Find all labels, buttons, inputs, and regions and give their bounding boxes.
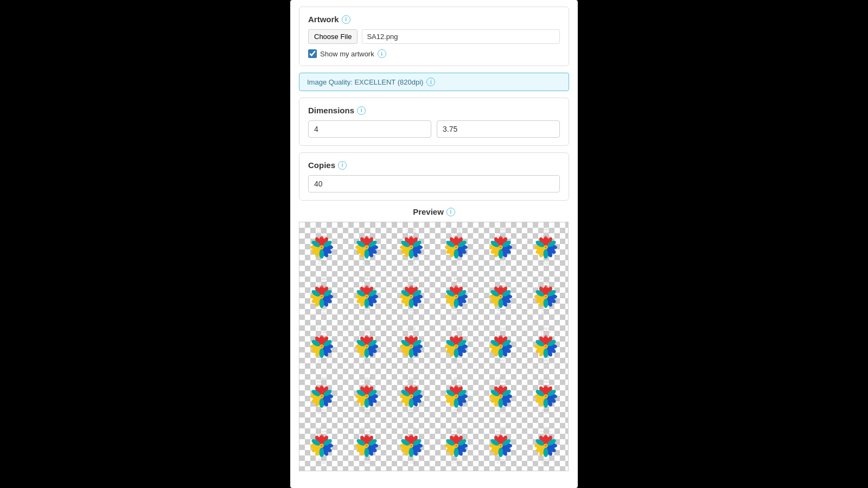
sticker-text-top: I SEEYOURTRUE: [348, 228, 386, 239]
svg-point-356: [543, 398, 548, 408]
copies-info-icon[interactable]: i: [338, 161, 347, 170]
sticker-item: I SEEYOURTRUE colorsA YOU: [437, 226, 475, 269]
svg-point-146: [454, 299, 458, 309]
svg-point-116: [364, 299, 369, 309]
sticker-text-bottom: colorsA YOU: [392, 309, 430, 315]
svg-point-101: [320, 299, 324, 309]
sticker-text-top: I SEEYOURTRUE: [437, 228, 475, 239]
choose-file-button[interactable]: Choose File: [308, 29, 358, 44]
preview-canvas: I SEEYOURTRUE colorsA YOU I SEEYOURTRUE: [299, 222, 569, 471]
sticker-text-bottom: colorsA YOU: [482, 359, 520, 365]
show-artwork-row: Show my artwork i: [308, 49, 560, 58]
svg-point-86: [543, 249, 548, 259]
sticker-text-top: I SEEYOURTRUE: [303, 228, 341, 239]
svg-point-389: [366, 445, 368, 447]
sticker-text-bottom: colorsA YOU: [527, 458, 565, 464]
file-input-row: Choose File SA12.png: [308, 29, 560, 44]
dimensions-label: Dimensions: [308, 106, 354, 115]
sticker-text-top: I SEEYOURTRUE: [303, 277, 341, 288]
preview-info-icon[interactable]: i: [446, 208, 455, 216]
show-artwork-checkbox[interactable]: [308, 49, 317, 58]
sticker-cell: I SEEYOURTRUE colorsA YOU: [389, 222, 434, 272]
sticker-cell: I SEEYOURTRUE colorsA YOU: [478, 272, 524, 322]
sticker-text-top: I SEEYOURTRUE: [527, 426, 565, 437]
svg-point-296: [364, 398, 369, 408]
sticker-text-bottom: colorsA YOU: [392, 409, 430, 415]
sticker-text-bottom: colorsA YOU: [392, 260, 430, 266]
artwork-title: Artwork i: [308, 15, 560, 24]
sticker-item: I SEEYOURTRUE colorsA YOU: [348, 375, 386, 418]
copies-section: Copies i: [299, 152, 569, 201]
svg-point-176: [543, 299, 548, 309]
svg-point-251: [499, 349, 503, 358]
height-input[interactable]: [437, 120, 560, 138]
sticker-text-top: I SEEYOURTRUE: [392, 327, 430, 338]
sticker-text-top: I SEEYOURTRUE: [527, 277, 565, 288]
sticker-cell: I SEEYOURTRUE colorsA YOU: [434, 421, 479, 471]
svg-point-221: [409, 349, 414, 358]
sticker-item: I SEEYOURTRUE colorsA YOU: [348, 424, 386, 467]
sticker-item: I SEEYOURTRUE colorsA YOU: [348, 226, 386, 269]
sticker-cell: I SEEYOURTRUE colorsA YOU: [524, 371, 569, 421]
sticker-text-bottom: colorsA YOU: [303, 309, 341, 315]
dimensions-title: Dimensions i: [308, 106, 560, 115]
sticker-item: I SEEYOURTRUE colorsA YOU: [527, 275, 565, 318]
svg-point-206: [364, 349, 369, 358]
svg-point-281: [320, 398, 324, 408]
svg-point-326: [454, 398, 458, 408]
image-quality-bar[interactable]: Image Quality: EXCELLENT (820dpi) i: [299, 73, 569, 91]
svg-point-239: [455, 345, 457, 348]
svg-point-449: [545, 445, 547, 447]
sticker-item: I SEEYOURTRUE colorsA YOU: [303, 275, 341, 318]
sticker-text-top: I SEEYOURTRUE: [392, 277, 430, 288]
sticker-item: I SEEYOURTRUE colorsA YOU: [482, 275, 520, 318]
svg-point-311: [409, 398, 414, 408]
sticker-item: I SEEYOURTRUE colorsA YOU: [527, 424, 565, 467]
sticker-text-bottom: colorsA YOU: [437, 260, 475, 266]
svg-point-434: [500, 445, 502, 447]
show-artwork-info-icon[interactable]: i: [378, 49, 386, 58]
sticker-cell: I SEEYOURTRUE colorsA YOU: [389, 371, 434, 421]
sticker-cell: I SEEYOURTRUE colorsA YOU: [344, 272, 390, 322]
copies-input[interactable]: [308, 175, 560, 192]
sticker-text-top: I SEEYOURTRUE: [348, 377, 386, 388]
svg-point-179: [545, 296, 547, 298]
sticker-cell: I SEEYOURTRUE colorsA YOU: [389, 322, 434, 371]
sticker-cell: I SEEYOURTRUE colorsA YOU: [524, 272, 569, 322]
sticker-cell: I SEEYOURTRUE colorsA YOU: [344, 222, 390, 272]
dimensions-info-icon[interactable]: i: [357, 106, 366, 115]
copies-label: Copies: [308, 160, 335, 170]
sticker-text-bottom: colorsA YOU: [303, 260, 341, 266]
svg-point-134: [410, 296, 412, 298]
svg-point-161: [499, 299, 503, 309]
sticker-item: I SEEYOURTRUE colorsA YOU: [482, 375, 520, 418]
sticker-text-bottom: colorsA YOU: [437, 458, 475, 464]
svg-point-56: [454, 249, 458, 259]
sticker-item: I SEEYOURTRUE colorsA YOU: [392, 375, 430, 418]
sticker-cell: I SEEYOURTRUE colorsA YOU: [344, 371, 390, 421]
sticker-cell: I SEEYOURTRUE colorsA YOU: [389, 272, 434, 322]
sticker-text-top: I SEEYOURTRUE: [392, 377, 430, 388]
image-quality-info-icon[interactable]: i: [426, 78, 435, 86]
svg-point-29: [366, 246, 368, 248]
svg-point-41: [409, 249, 414, 259]
svg-point-374: [321, 445, 323, 447]
sticker-text-top: I SEEYOURTRUE: [348, 426, 386, 437]
sticker-text-bottom: colorsA YOU: [482, 309, 520, 315]
file-name-display: SA12.png: [362, 29, 560, 44]
sticker-text-top: I SEEYOURTRUE: [482, 377, 520, 388]
sticker-cell: I SEEYOURTRUE colorsA YOU: [299, 322, 344, 371]
svg-point-269: [545, 345, 547, 348]
artwork-info-icon[interactable]: i: [342, 15, 350, 24]
sticker-item: I SEEYOURTRUE colorsA YOU: [437, 375, 475, 418]
svg-point-89: [545, 246, 547, 248]
width-input[interactable]: [308, 120, 431, 138]
svg-point-416: [454, 448, 458, 458]
svg-point-359: [545, 395, 547, 397]
sticker-item: I SEEYOURTRUE colorsA YOU: [303, 325, 341, 368]
sticker-cell: I SEEYOURTRUE colorsA YOU: [434, 322, 479, 371]
sticker-text-top: I SEEYOURTRUE: [482, 277, 520, 288]
sticker-text-bottom: colorsA YOU: [437, 409, 475, 415]
sticker-cell: I SEEYOURTRUE colorsA YOU: [389, 421, 434, 471]
sticker-item: I SEEYOURTRUE colorsA YOU: [482, 424, 520, 467]
